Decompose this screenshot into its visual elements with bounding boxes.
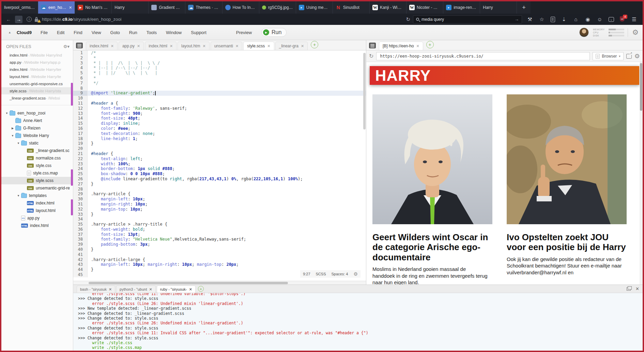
pane-list-icon[interactable] <box>369 43 376 48</box>
gear-icon[interactable]: ⚙ <box>632 28 639 36</box>
tree-item-style-scss[interactable]: cssstyle.scss <box>1 177 73 184</box>
open-file-item[interactable]: style.scss - /Website Harry/sta <box>1 87 73 94</box>
editor-tab-style-scss[interactable]: style.scss✕ <box>243 42 274 50</box>
tree-item-anne-alert[interactable]: Anne Alert <box>1 117 73 124</box>
close-icon[interactable]: ✕ <box>189 287 192 292</box>
tree-item-style-css[interactable]: cssstyle.css <box>1 162 73 169</box>
new-preview-tab-button[interactable]: + <box>426 41 434 48</box>
download-icon[interactable]: ⇣ <box>561 16 567 22</box>
cloud9-menu[interactable]: Cloud9 <box>17 30 32 35</box>
browser-tab[interactable]: Gradient CSS ... <box>149 1 185 14</box>
new-tab-button[interactable]: + <box>517 1 531 14</box>
terminal-tab[interactable]: ruby - "siryusuk-✕ <box>157 286 196 293</box>
close-icon[interactable]: ✕ <box>137 44 140 48</box>
preview-gear-icon[interactable]: ⚙ <box>634 52 640 60</box>
tree-item-normalize-css[interactable]: cssnormalize.css <box>1 154 73 162</box>
editor-tab--linear-gra[interactable]: _linear-gra✕ <box>275 42 308 50</box>
menu-item-window[interactable]: Window <box>166 30 182 35</box>
open-file-item[interactable]: app.py - /Website Harry/app.p <box>1 59 73 66</box>
new-terminal-button[interactable]: + <box>198 286 204 292</box>
terminal-tab[interactable]: python3 - "ubunt✕ <box>116 286 156 293</box>
tree-item-g-reizen[interactable]: ▶G-Reizen <box>1 124 73 132</box>
terminal-tab[interactable]: bash - "siryusuk✕ <box>77 286 115 293</box>
tree-item-index-html[interactable]: HTMLindex.html <box>1 199 73 207</box>
preview-tab[interactable]: [B] https://een-ho✕ <box>379 42 423 50</box>
avatar[interactable] <box>579 28 589 37</box>
clipboard-icon[interactable] <box>551 17 555 22</box>
browser-tab[interactable]: ☁een_hoop_...✕ <box>38 1 75 14</box>
close-icon[interactable]: ✕ <box>202 44 205 48</box>
menu-item-support[interactable]: Support <box>191 30 206 35</box>
browser-tab[interactable]: WNicoter - Wikip... <box>407 1 443 14</box>
forward-button[interactable]: → <box>15 16 22 23</box>
close-icon[interactable]: ✕ <box>301 44 304 48</box>
open-in-window-icon[interactable] <box>626 54 632 59</box>
browser-dropdown[interactable]: Browser ▾ <box>593 52 624 60</box>
open-file-item[interactable]: unsemantic-grid-responsive.cs <box>1 80 73 87</box>
close-icon[interactable]: ✕ <box>109 287 112 292</box>
globe-icon[interactable]: ◉ <box>585 16 591 22</box>
browser-tab[interactable]: WKanji - Wikipedia <box>370 1 407 14</box>
tree-item-app-py[interactable]: <>app.py <box>1 214 73 222</box>
tree-item-een-hoop-zooi[interactable]: ▼een_hoop_zooi <box>1 109 73 117</box>
open-files-gear-icon[interactable]: ⚙▾ <box>63 44 70 49</box>
menu-item-view[interactable]: View <box>92 30 101 35</box>
browser-tab[interactable]: ▸image-renderi... <box>443 1 480 14</box>
run-button[interactable]: ▶ Run <box>261 28 287 37</box>
menu-icon[interactable]: ☰ <box>631 16 637 22</box>
browser-tab[interactable]: NSinusBot <box>333 1 370 14</box>
browser-tab[interactable]: ▶No Man's Sky ... <box>75 1 112 14</box>
tree-item--linear-gradient-sc[interactable]: css_linear-gradient.sc <box>1 147 73 154</box>
open-file-item[interactable]: _linear-gradient.scss - /Websi <box>1 94 73 102</box>
close-icon[interactable]: ✕ <box>69 5 72 10</box>
tree-collapse-icon[interactable]: ▼ <box>11 134 15 137</box>
insecure-lock-icon[interactable] <box>34 17 40 22</box>
tree-item-static[interactable]: ▼static <box>1 139 73 147</box>
pane-list-icon[interactable] <box>76 43 83 48</box>
site-info-icon[interactable]: i <box>27 17 32 22</box>
cursor-position[interactable]: 9:27 <box>303 272 310 276</box>
tree-item-style-css-map[interactable]: style.css.map <box>1 169 73 177</box>
close-icon[interactable]: ✕ <box>170 44 173 48</box>
preview-button[interactable]: Preview <box>236 30 252 35</box>
open-file-item[interactable]: index.html - /Website Harry/ter <box>1 66 73 73</box>
browser-tab[interactable]: liverpool_ormskirk <box>1 1 38 14</box>
preview-scrollbar[interactable] <box>640 62 643 285</box>
indent-setting[interactable]: Spaces: 4 <box>332 272 348 276</box>
browser-tab[interactable]: Harry <box>112 1 149 14</box>
menu-item-goto[interactable]: Goto <box>110 30 120 35</box>
back-button[interactable]: ← <box>5 16 12 23</box>
browser-tab[interactable]: Harry <box>480 1 517 14</box>
menu-item-tools[interactable]: Tools <box>147 30 157 35</box>
code-editor[interactable]: 1/*2 *3 * | | | /\ | \ | \ \ /4 * |--| |… <box>73 50 366 281</box>
menu-item-run[interactable]: Run <box>129 30 137 35</box>
close-icon[interactable]: ✕ <box>267 44 270 48</box>
open-file-item[interactable]: index.html - /Website Harry/ind <box>1 51 73 59</box>
menu-item-file[interactable]: File <box>41 30 48 35</box>
tree-expand-icon[interactable]: ▶ <box>11 127 15 130</box>
tree-collapse-icon[interactable]: ▼ <box>16 194 20 197</box>
editor-tab-index-html[interactable]: index.html✕ <box>145 42 177 50</box>
tree-item-unsemantic-grid-re[interactable]: cssunsemantic-grid-re <box>1 184 73 192</box>
collapse-menubar-icon[interactable]: ▲ <box>8 31 11 34</box>
tree-item-website-harry[interactable]: ▼Website Harry <box>1 132 73 139</box>
editor-vscrollbar[interactable] <box>363 51 366 280</box>
preview-refresh-icon[interactable]: ↻ <box>369 53 373 59</box>
search-input[interactable]: media query → <box>413 15 522 24</box>
open-file-item[interactable]: layout.html - /Website Harry/te <box>1 73 73 80</box>
close-icon[interactable]: ✕ <box>111 44 114 48</box>
article-title[interactable]: Geert Wilders wint Oscar in de categorie… <box>372 232 492 262</box>
close-icon[interactable]: ✕ <box>149 287 152 292</box>
close-terminal-icon[interactable]: ✕ <box>635 286 639 291</box>
close-icon[interactable]: ✕ <box>416 44 419 48</box>
editor-tab-app-py[interactable]: app.py✕ <box>119 42 144 50</box>
terminal-output[interactable]: error ./style.scss (Line 11: Undefined v… <box>73 293 643 351</box>
shield-badge-icon[interactable]: uc 4 <box>620 16 625 22</box>
tree-item-templates[interactable]: ▼templates <box>1 192 73 199</box>
smiley-icon[interactable]: ☺ <box>597 16 603 22</box>
browser-tab[interactable]: How To Install... <box>223 1 259 14</box>
browser-tab[interactable]: ☁Themes · Clou... <box>185 1 222 14</box>
preview-url-input[interactable]: https://een-hoop-zooi-siryusuk.c9users.i… <box>376 52 590 60</box>
new-editor-tab-button[interactable]: + <box>311 41 318 48</box>
tree-item-layout-html[interactable]: HTMLlayout.html <box>1 207 73 214</box>
